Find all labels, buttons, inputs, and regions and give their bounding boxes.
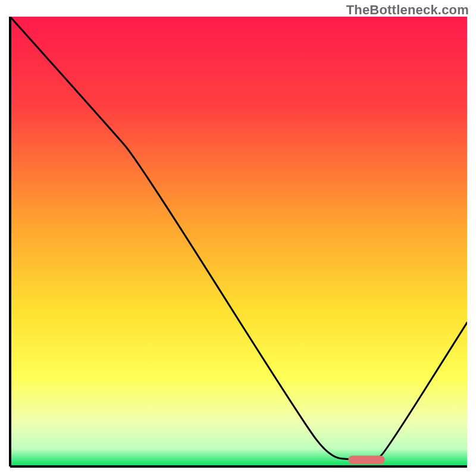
watermark-label: TheBottleneck.com bbox=[346, 2, 469, 18]
optimal-marker bbox=[348, 456, 384, 464]
bottleneck-chart bbox=[9, 17, 467, 468]
chart-background bbox=[10, 17, 467, 466]
chart-svg bbox=[9, 17, 467, 468]
